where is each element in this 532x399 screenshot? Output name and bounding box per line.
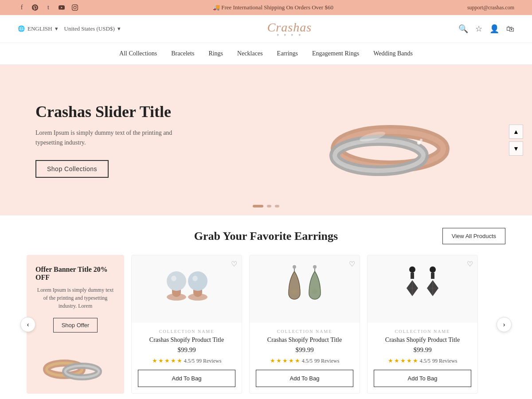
hero-rings-illustration (301, 82, 461, 198)
product-image-2: ♡ (250, 255, 360, 323)
star-4: ★ (289, 357, 294, 364)
reviews-text-2: 99 Reviews (314, 358, 339, 364)
slider-dot-2[interactable] (267, 205, 271, 207)
nav-wedding-bands[interactable]: Wedding Bands (373, 49, 413, 58)
product-name-1: Crashas Shopify Product Title (138, 336, 235, 344)
globe-icon: 🌐 (18, 25, 25, 32)
product-rating-3: ★ ★ ★ ★ ★ 4.5/5 99 Reviews (374, 357, 471, 364)
svg-point-31 (430, 266, 436, 273)
offer-rings-image (35, 345, 115, 385)
slider-dot-1[interactable] (253, 205, 263, 207)
wishlist-button-2[interactable]: ♡ (349, 260, 355, 268)
shipping-text: 🚚 Free International Shipping On Orders … (213, 4, 333, 11)
carousel-next-button[interactable]: › (497, 317, 512, 332)
shop-collections-button[interactable]: Shop Collections (35, 160, 109, 178)
header-actions: 🔍 ☆ 👤 🛍 (458, 24, 514, 34)
product-price-1: $99.99 (138, 346, 235, 354)
hero-slider: Crashas Slider Title Lorem Ipsum is simp… (0, 65, 532, 215)
rating-text-3: 4.5/5 (420, 358, 430, 364)
shop-offer-button[interactable]: Shop Offer (53, 318, 98, 332)
svg-rect-26 (411, 273, 414, 279)
cart-icon[interactable]: 🛍 (506, 24, 514, 34)
reviews-text-3: 99 Reviews (432, 358, 457, 364)
add-to-bag-button-2[interactable]: Add To Bag (256, 370, 353, 387)
svg-point-6 (420, 139, 422, 141)
site-logo[interactable]: Crashas ✦ ✦ ✦ ✦ (121, 20, 458, 37)
products-section-title: Grab Your Favorite Earrings (186, 230, 346, 243)
product-rating-2: ★ ★ ★ ★ ★ 4.5/5 99 Reviews (256, 357, 353, 364)
youtube-icon[interactable] (58, 4, 66, 12)
product-name-3: Crashas Shopify Product Title (374, 336, 471, 344)
language-chevron: ▾ (55, 25, 58, 32)
language-selector[interactable]: ENGLISH (27, 25, 52, 32)
nav-all-collections[interactable]: All Collections (119, 49, 157, 58)
star-5: ★ (295, 357, 300, 364)
star-3: ★ (282, 357, 288, 364)
wishlist-button-1[interactable]: ♡ (231, 260, 237, 268)
product-price-2: $99.99 (256, 346, 353, 354)
earring-teardrop-image (276, 262, 333, 316)
star-3: ★ (400, 357, 406, 364)
hero-title: Crashas Slider Title (35, 102, 266, 121)
product-info-1: COLLECTION NAME Crashas Shopify Product … (132, 323, 242, 393)
product-card-1: ♡ COLLECTION NAME Crashas Shopify Produc… (131, 255, 242, 394)
star-5: ★ (413, 357, 418, 364)
product-name-2: Crashas Shopify Product Title (256, 336, 353, 344)
nav-bracelets[interactable]: Bracelets (171, 49, 194, 58)
wishlist-button-3[interactable]: ♡ (467, 260, 473, 268)
nav-earrings[interactable]: Earrings (277, 49, 298, 58)
currency-selector[interactable]: United States (USD$) (64, 25, 115, 32)
product-price-3: $99.99 (374, 346, 471, 354)
product-image-3: ♡ (368, 255, 477, 323)
announcement-bar: f t 🚚 Free International Shipping On Ord… (0, 0, 532, 15)
view-all-products-button[interactable]: View All Products (442, 228, 505, 244)
search-icon[interactable]: 🔍 (458, 24, 468, 34)
social-icons: f t (18, 4, 79, 12)
product-collection-2: COLLECTION NAME (256, 329, 353, 334)
facebook-icon[interactable]: f (18, 4, 26, 12)
star-2: ★ (276, 357, 282, 364)
svg-point-18 (192, 276, 198, 281)
language-currency[interactable]: 🌐 ENGLISH ▾ United States (USD$) ▾ (18, 25, 121, 32)
svg-point-13 (167, 271, 186, 291)
slider-up-button[interactable]: ▲ (509, 125, 523, 139)
support-email: support@crashas.com (467, 4, 514, 11)
svg-point-25 (409, 266, 415, 273)
earring-diamond-image (394, 262, 451, 316)
svg-point-24 (313, 265, 317, 269)
product-info-2: COLLECTION NAME Crashas Shopify Product … (250, 323, 360, 393)
star-2: ★ (158, 357, 164, 364)
carousel-prev-button[interactable]: ‹ (20, 317, 35, 332)
star-3: ★ (164, 357, 170, 364)
currency-chevron: ▾ (117, 25, 121, 32)
wishlist-icon[interactable]: ☆ (475, 24, 482, 34)
offer-card-title: Offer Banner Title 20% OFF (35, 266, 115, 282)
star-1: ★ (270, 357, 275, 364)
rating-text-1: 4.5/5 (184, 358, 195, 364)
svg-point-17 (188, 271, 207, 291)
nav-necklaces[interactable]: Necklaces (237, 49, 263, 58)
nav-rings[interactable]: Rings (208, 49, 223, 58)
hero-image (266, 82, 497, 198)
products-row: ‹ Offer Banner Title 20% OFF Lorem Ipsum… (27, 255, 505, 394)
product-collection-3: COLLECTION NAME (374, 329, 471, 334)
product-rating-1: ★ ★ ★ ★ ★ 4.5/5 99 Reviews (138, 357, 235, 364)
reviews-text-1: 99 Reviews (196, 358, 221, 364)
add-to-bag-button-3[interactable]: Add To Bag (374, 370, 471, 387)
slider-down-button[interactable]: ▼ (509, 141, 523, 156)
slider-nav: ▲ ▼ (509, 125, 523, 156)
add-to-bag-button-1[interactable]: Add To Bag (138, 370, 235, 387)
slider-dot-3[interactable] (275, 205, 279, 207)
nav-engagement-rings[interactable]: Engagement Rings (312, 49, 359, 58)
account-icon[interactable]: 👤 (489, 24, 499, 34)
star-2: ★ (394, 357, 399, 364)
twitter-icon[interactable]: t (44, 4, 52, 12)
slider-dots (253, 205, 279, 207)
rating-text-2: 4.5/5 (302, 358, 313, 364)
instagram-icon[interactable] (71, 4, 79, 12)
product-collection-1: COLLECTION NAME (138, 329, 235, 334)
earring-pearl-image (158, 262, 215, 316)
products-header: Grab Your Favorite Earrings View All Pro… (27, 228, 505, 244)
product-info-3: COLLECTION NAME Crashas Shopify Product … (368, 323, 477, 393)
pinterest-icon[interactable] (31, 4, 39, 12)
